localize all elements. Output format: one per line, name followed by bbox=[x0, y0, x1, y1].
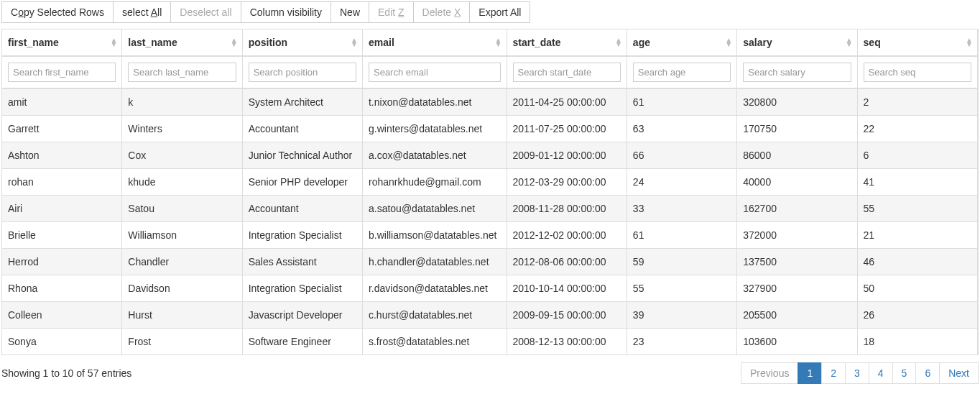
cell-age: 61 bbox=[627, 88, 737, 115]
cell-position: Accountant bbox=[243, 195, 363, 221]
cell-start_date: 2008-11-28 00:00:00 bbox=[507, 195, 627, 221]
cell-start_date: 2012-03-29 00:00:00 bbox=[507, 168, 627, 195]
select-all-button[interactable]: select All bbox=[114, 1, 171, 23]
column-header-salary[interactable]: salary▲▼ bbox=[737, 29, 857, 57]
column-header-start_date[interactable]: start_date▲▼ bbox=[507, 29, 627, 57]
cell-first_name: amit bbox=[2, 88, 122, 115]
table-row[interactable]: ColleenHurstJavascript Developerc.hurst@… bbox=[2, 301, 978, 328]
table-row[interactable]: SonyaFrostSoftware Engineers.frost@datat… bbox=[2, 328, 978, 354]
cell-last_name: khude bbox=[122, 168, 242, 195]
table-row[interactable]: amitkSystem Architectt.nixon@datatables.… bbox=[2, 88, 978, 115]
table-row[interactable]: GarrettWintersAccountantg.winters@datata… bbox=[2, 115, 978, 142]
column-visibility-button[interactable]: Column visibility bbox=[241, 1, 331, 23]
cell-last_name: k bbox=[122, 88, 242, 115]
column-header-label: position bbox=[249, 37, 287, 48]
pagination-page-4[interactable]: 4 bbox=[869, 362, 893, 384]
cell-first_name: Rhona bbox=[2, 275, 122, 301]
sort-icon: ▲▼ bbox=[231, 38, 238, 47]
cell-start_date: 2012-12-02 00:00:00 bbox=[507, 221, 627, 248]
cell-start_date: 2012-08-06 00:00:00 bbox=[507, 248, 627, 275]
column-header-seq[interactable]: seq▲▼ bbox=[858, 29, 978, 57]
cell-age: 55 bbox=[627, 275, 737, 301]
cell-email: h.chandler@datatables.net bbox=[363, 248, 507, 275]
cell-last_name: Williamson bbox=[122, 221, 242, 248]
column-header-position[interactable]: position▲▼ bbox=[243, 29, 363, 57]
table-row[interactable]: BrielleWilliamsonIntegration Specialistb… bbox=[2, 221, 978, 248]
cell-first_name: Ashton bbox=[2, 142, 122, 168]
filter-input-start_date[interactable] bbox=[513, 63, 621, 82]
cell-last_name: Satou bbox=[122, 195, 242, 221]
cell-age: 63 bbox=[627, 115, 737, 142]
deselect-all-button[interactable]: Deselect all bbox=[171, 1, 241, 23]
sort-icon: ▲▼ bbox=[725, 38, 732, 47]
cell-salary: 137500 bbox=[737, 248, 857, 275]
export-all-button[interactable]: Export All bbox=[470, 1, 530, 23]
filter-input-position[interactable] bbox=[249, 63, 356, 82]
cell-email: s.frost@datatables.net bbox=[363, 328, 507, 354]
pagination-previous[interactable]: Previous bbox=[741, 362, 798, 384]
cell-salary: 40000 bbox=[737, 168, 857, 195]
cell-first_name: rohan bbox=[2, 168, 122, 195]
cell-email: rohanrkhude@gmail.com bbox=[363, 168, 507, 195]
cell-seq: 41 bbox=[858, 168, 978, 195]
column-header-label: email bbox=[369, 37, 394, 48]
cell-last_name: Frost bbox=[122, 328, 242, 354]
filter-input-salary[interactable] bbox=[743, 63, 851, 82]
pagination-next[interactable]: Next bbox=[939, 362, 979, 384]
cell-last_name: Chandler bbox=[122, 248, 242, 275]
column-header-label: seq bbox=[864, 37, 881, 48]
cell-email: b.williamson@datatables.net bbox=[363, 221, 507, 248]
pagination-page-3[interactable]: 3 bbox=[845, 362, 869, 384]
filter-input-email[interactable] bbox=[369, 63, 501, 82]
table-row[interactable]: RhonaDavidsonIntegration Specialistr.dav… bbox=[2, 275, 978, 301]
table-row[interactable]: HerrodChandlerSales Assistanth.chandler@… bbox=[2, 248, 978, 275]
cell-salary: 162700 bbox=[737, 195, 857, 221]
cell-salary: 320800 bbox=[737, 88, 857, 115]
column-header-label: age bbox=[633, 37, 650, 48]
filter-input-age[interactable] bbox=[633, 63, 731, 82]
table-row[interactable]: AshtonCoxJunior Technical Authora.cox@da… bbox=[2, 142, 978, 168]
cell-position: Javascript Developer bbox=[243, 301, 363, 328]
column-header-label: last_name bbox=[128, 37, 177, 48]
column-header-label: start_date bbox=[513, 37, 561, 48]
new-button[interactable]: New bbox=[331, 1, 369, 23]
pagination-page-1[interactable]: 1 bbox=[798, 362, 822, 384]
table-info: Showing 1 to 10 of 57 entries bbox=[1, 367, 131, 379]
cell-email: a.cox@datatables.net bbox=[363, 142, 507, 168]
cell-seq: 50 bbox=[858, 275, 978, 301]
cell-start_date: 2009-01-12 00:00:00 bbox=[507, 142, 627, 168]
filter-input-first_name[interactable] bbox=[8, 63, 116, 82]
column-header-first_name[interactable]: first_name▲▼ bbox=[2, 29, 122, 57]
copy-selected-rows-button[interactable]: Copy Selected Rows bbox=[1, 1, 114, 23]
cell-seq: 6 bbox=[858, 142, 978, 168]
cell-first_name: Colleen bbox=[2, 301, 122, 328]
cell-last_name: Davidson bbox=[122, 275, 242, 301]
pagination-page-2[interactable]: 2 bbox=[821, 362, 846, 384]
cell-email: t.nixon@datatables.net bbox=[363, 88, 507, 115]
table-row[interactable]: rohankhudeSenior PHP developerrohanrkhud… bbox=[2, 168, 978, 195]
cell-position: Junior Technical Author bbox=[243, 142, 363, 168]
cell-seq: 55 bbox=[858, 195, 978, 221]
column-header-last_name[interactable]: last_name▲▼ bbox=[122, 29, 242, 57]
filter-input-seq[interactable] bbox=[864, 63, 971, 82]
cell-seq: 46 bbox=[858, 248, 978, 275]
delete-button[interactable]: Delete X bbox=[414, 1, 471, 23]
pagination: Previous123456Next bbox=[741, 362, 979, 384]
header-row: first_name▲▼last_name▲▼position▲▼email▲▼… bbox=[2, 29, 978, 57]
pagination-page-5[interactable]: 5 bbox=[892, 362, 917, 384]
column-header-age[interactable]: age▲▼ bbox=[627, 29, 737, 57]
sort-icon: ▲▼ bbox=[846, 38, 853, 47]
sort-icon: ▲▼ bbox=[615, 38, 622, 47]
cell-position: Senior PHP developer bbox=[243, 168, 363, 195]
cell-seq: 18 bbox=[858, 328, 978, 354]
filter-input-last_name[interactable] bbox=[128, 63, 236, 82]
pagination-page-6[interactable]: 6 bbox=[915, 362, 940, 384]
sort-icon: ▲▼ bbox=[966, 38, 973, 47]
edit-button[interactable]: Edit Z bbox=[369, 1, 414, 23]
cell-first_name: Garrett bbox=[2, 115, 122, 142]
table-row[interactable]: AiriSatouAccountanta.satou@datatables.ne… bbox=[2, 195, 978, 221]
data-table: first_name▲▼last_name▲▼position▲▼email▲▼… bbox=[1, 29, 979, 355]
cell-age: 23 bbox=[627, 328, 737, 354]
column-header-email[interactable]: email▲▼ bbox=[363, 29, 507, 57]
cell-seq: 26 bbox=[858, 301, 978, 328]
